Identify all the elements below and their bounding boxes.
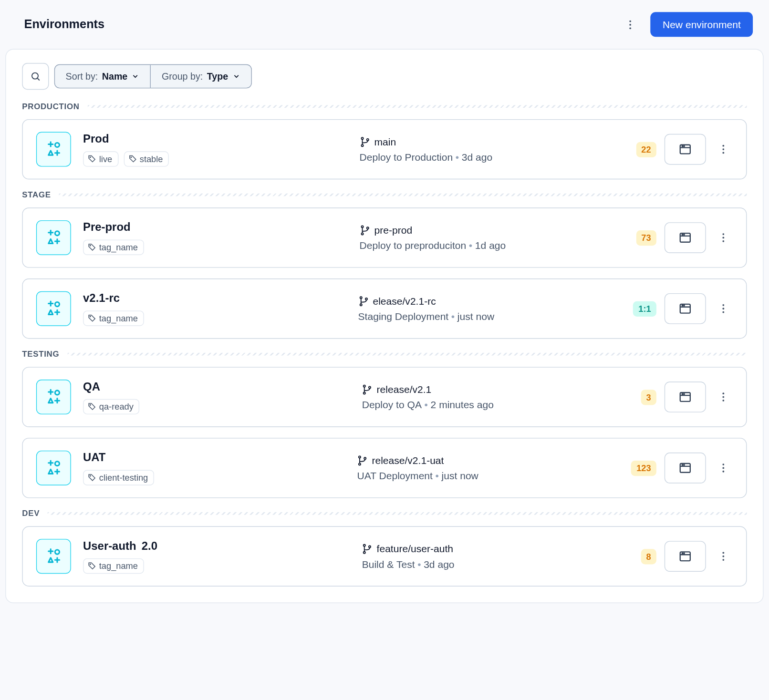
svg-point-36 xyxy=(722,237,724,239)
branch-icon xyxy=(360,136,370,147)
svg-point-101 xyxy=(722,559,724,561)
svg-point-98 xyxy=(684,553,685,554)
card-more-button[interactable] xyxy=(714,454,733,481)
environment-actions: 123 xyxy=(631,453,733,484)
environment-card[interactable]: Prod livestable main Deploy to Productio… xyxy=(22,119,747,179)
search-icon xyxy=(30,71,41,82)
svg-point-43 xyxy=(90,316,91,317)
search-button[interactable] xyxy=(22,63,49,90)
environment-icon xyxy=(36,220,71,255)
deploy-time: 3d ago xyxy=(462,151,492,163)
sort-by-button[interactable]: Sort by: Name xyxy=(55,65,150,88)
open-panel-button[interactable] xyxy=(665,381,706,412)
deploy-time: just now xyxy=(442,470,478,482)
sort-group-controls: Sort by: Name Group by: Type xyxy=(54,64,251,89)
group-label: STAGE xyxy=(22,190,51,200)
more-vertical-icon xyxy=(717,391,729,403)
window-icon xyxy=(678,302,692,315)
card-more-button[interactable] xyxy=(714,224,733,251)
svg-point-33 xyxy=(682,234,683,235)
tag: tag_name xyxy=(83,558,144,573)
svg-point-61 xyxy=(364,392,365,394)
environment-card[interactable]: User-auth 2.0 tag_name feature/user-auth… xyxy=(22,526,747,587)
environment-name: v2.1-rc xyxy=(83,291,346,305)
open-panel-button[interactable] xyxy=(665,134,706,165)
header-more-button[interactable] xyxy=(621,15,640,34)
tag-label: client-testing xyxy=(99,473,148,483)
environment-info: v2.1-rc tag_name xyxy=(83,291,346,326)
svg-point-52 xyxy=(722,308,724,309)
environment-card[interactable]: QA qa-ready release/v2.1 Deploy to QA•2 … xyxy=(22,367,747,427)
window-icon xyxy=(678,143,692,156)
group-label: DEV xyxy=(22,509,40,518)
divider xyxy=(67,353,747,356)
svg-point-35 xyxy=(722,233,724,235)
environment-name: User-auth 2.0 xyxy=(83,539,350,553)
svg-point-27 xyxy=(90,245,91,246)
environment-deploy-info: release/v2.1 Deploy to QA•2 minutes ago xyxy=(362,383,629,410)
svg-point-24 xyxy=(55,231,59,236)
branch-row: release/v2.1 xyxy=(362,383,629,395)
environment-name: QA xyxy=(83,380,350,393)
svg-point-3 xyxy=(32,73,38,79)
svg-point-85 xyxy=(722,471,724,473)
sort-by-value: Name xyxy=(102,71,128,82)
deploy-row: Staging Deployment•just now xyxy=(358,310,621,322)
branch-row: elease/v2.1-rc xyxy=(358,295,621,307)
chevron-down-icon xyxy=(232,72,240,81)
svg-point-93 xyxy=(364,551,365,553)
branch-icon xyxy=(360,225,370,235)
svg-point-44 xyxy=(360,297,362,299)
svg-point-30 xyxy=(366,227,368,229)
svg-point-28 xyxy=(361,226,363,227)
card-more-button[interactable] xyxy=(714,295,733,322)
svg-point-49 xyxy=(682,305,683,306)
environment-icon xyxy=(36,539,71,574)
svg-point-78 xyxy=(364,457,366,459)
card-more-button[interactable] xyxy=(714,543,733,570)
environment-card[interactable]: UAT client-testing release/v2.1-uat UAT … xyxy=(22,438,747,498)
new-environment-button[interactable]: New environment xyxy=(651,12,753,37)
open-panel-button[interactable] xyxy=(665,453,706,484)
environment-icon xyxy=(36,451,71,485)
sort-by-label: Sort by: xyxy=(66,71,98,82)
count-badge: 8 xyxy=(641,549,656,564)
tag-label: qa-ready xyxy=(99,401,134,412)
tag: tag_name xyxy=(83,310,144,326)
svg-point-29 xyxy=(361,233,363,235)
svg-point-13 xyxy=(361,144,363,146)
tag: client-testing xyxy=(83,470,154,485)
more-vertical-icon xyxy=(624,19,636,31)
count-badge: 73 xyxy=(636,230,656,245)
environment-actions: 22 xyxy=(636,134,733,165)
tag-label: tag_name xyxy=(99,313,138,323)
count-badge: 22 xyxy=(636,142,656,157)
open-panel-button[interactable] xyxy=(665,293,706,324)
deploy-text: UAT Deployment xyxy=(357,470,433,482)
content-panel: Sort by: Name Group by: Type PRODUCTION … xyxy=(5,49,763,603)
svg-point-18 xyxy=(684,146,685,147)
svg-point-72 xyxy=(55,462,59,466)
open-panel-button[interactable] xyxy=(665,541,706,572)
window-icon xyxy=(678,391,692,404)
group-by-button[interactable]: Group by: Type xyxy=(150,65,251,88)
svg-point-99 xyxy=(722,552,724,554)
svg-point-82 xyxy=(684,464,685,465)
svg-point-20 xyxy=(722,148,724,150)
environment-card[interactable]: v2.1-rc tag_name elease/v2.1-rc Staging … xyxy=(22,278,747,339)
divider xyxy=(87,105,747,108)
environment-card[interactable]: Pre-prod tag_name pre-prod Deploy to pre… xyxy=(22,207,747,268)
tag-label: tag_name xyxy=(99,242,138,252)
svg-point-53 xyxy=(722,311,724,313)
deploy-time: 2 minutes ago xyxy=(431,399,494,411)
svg-point-76 xyxy=(359,456,361,458)
svg-point-45 xyxy=(360,304,362,306)
card-more-button[interactable] xyxy=(714,136,733,163)
page-header: Environments New environment xyxy=(0,0,769,49)
svg-point-1 xyxy=(630,23,632,25)
open-panel-button[interactable] xyxy=(665,222,706,253)
card-more-button[interactable] xyxy=(714,383,733,410)
window-icon xyxy=(678,461,692,474)
group-by-value: Type xyxy=(207,71,228,82)
environment-actions: 8 xyxy=(641,541,733,572)
